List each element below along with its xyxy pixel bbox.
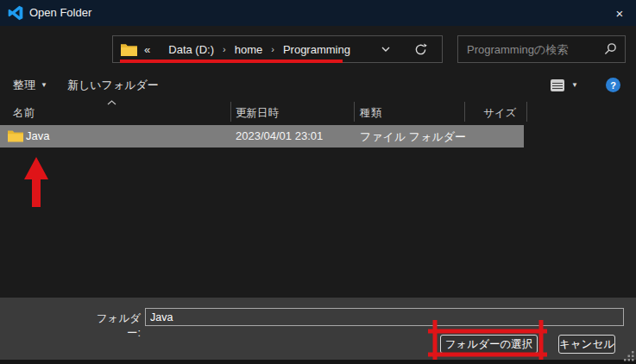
organize-menu-button[interactable]: 整理 ▼ xyxy=(13,71,47,99)
column-header-size[interactable]: サイズ xyxy=(483,106,516,121)
annotation-red-underline xyxy=(120,60,343,63)
file-row-java-selected[interactable]: Java 2023/04/01 23:01 ファイル フォルダー xyxy=(0,125,524,147)
navigation-bar: ← → ↑ « Data (D:) › home › Programming xyxy=(0,26,636,71)
annotation-red-arrow xyxy=(17,157,55,210)
breadcrumb-separator: › xyxy=(216,44,233,54)
file-type: ファイル フォルダー xyxy=(360,129,466,145)
footer-panel: フォルダー: フォルダーの選択 キャンセル xyxy=(0,298,636,360)
cancel-button[interactable]: キャンセル xyxy=(558,335,615,354)
address-dropdown-icon[interactable] xyxy=(375,36,397,62)
search-box xyxy=(457,35,626,63)
file-name: Java xyxy=(26,129,49,142)
breadcrumb-separator: › xyxy=(264,44,281,54)
breadcrumb-programming[interactable]: Programming xyxy=(281,43,352,56)
file-modified: 2023/04/01 23:01 xyxy=(236,129,323,142)
chevron-down-icon: ▼ xyxy=(571,81,578,89)
change-view-button[interactable]: ▼ xyxy=(551,71,578,99)
new-folder-button[interactable]: 新しいフォルダー xyxy=(67,71,159,99)
sort-ascending-icon xyxy=(107,100,116,105)
help-icon: ? xyxy=(606,78,620,92)
folder-name-label: フォルダー: xyxy=(86,311,141,341)
close-icon[interactable]: × xyxy=(603,0,636,26)
column-header-name[interactable]: 名前 xyxy=(13,106,35,121)
details-view-icon xyxy=(551,79,564,91)
column-divider[interactable] xyxy=(354,102,355,122)
select-folder-button[interactable]: フォルダーの選択 xyxy=(440,335,538,354)
window-bottom-edge xyxy=(0,360,636,364)
search-input[interactable] xyxy=(458,36,601,62)
breadcrumb-drive[interactable]: Data (D:) xyxy=(167,43,216,56)
folder-name-input[interactable] xyxy=(145,308,624,326)
help-button[interactable]: ? xyxy=(606,71,620,99)
address-bar[interactable]: « Data (D:) › home › Programming xyxy=(112,35,443,63)
open-folder-dialog: Open Folder × ← → ↑ « Data (D:) › home ›… xyxy=(0,0,636,364)
column-header-modified[interactable]: 更新日時 xyxy=(236,106,279,121)
vscode-logo-icon xyxy=(7,4,24,22)
resize-grip[interactable] xyxy=(623,350,635,362)
window-title: Open Folder xyxy=(29,6,91,19)
column-headers: 名前 更新日時 種類 サイズ xyxy=(0,99,636,123)
folder-icon xyxy=(8,129,23,142)
chevron-down-icon: ▼ xyxy=(41,81,47,89)
search-icon[interactable] xyxy=(604,42,617,55)
file-list: Java 2023/04/01 23:01 ファイル フォルダー xyxy=(0,123,636,298)
titlebar: Open Folder × xyxy=(0,0,636,26)
breadcrumb-overflow[interactable]: « xyxy=(144,43,150,56)
breadcrumb-home[interactable]: home xyxy=(233,43,265,56)
column-divider[interactable] xyxy=(464,102,465,122)
column-divider[interactable] xyxy=(526,102,527,122)
refresh-icon[interactable] xyxy=(409,36,431,62)
folder-icon xyxy=(121,43,137,56)
command-toolbar: 整理 ▼ 新しいフォルダー ▼ ? xyxy=(0,71,636,99)
column-divider[interactable] xyxy=(230,102,231,122)
column-header-type[interactable]: 種類 xyxy=(360,106,381,121)
